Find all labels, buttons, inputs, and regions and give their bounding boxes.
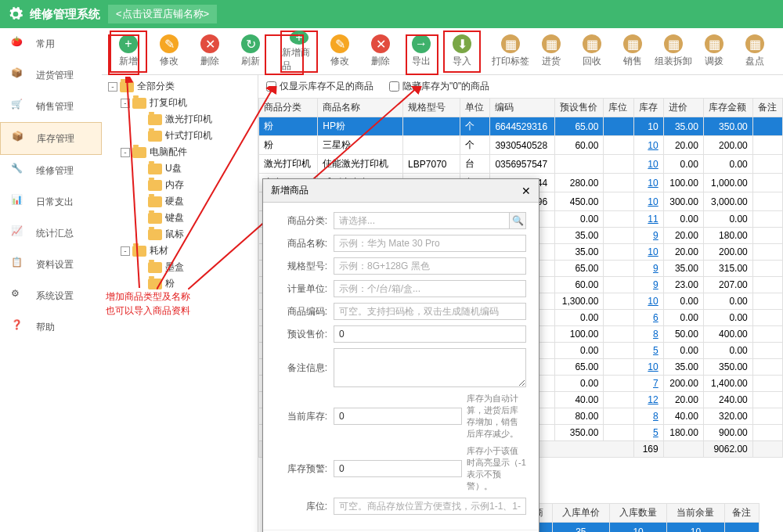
shop-name-button[interactable]: <点击设置店铺名称>	[108, 5, 217, 23]
tree-node[interactable]: U盘	[105, 160, 254, 177]
toolbar-assemble[interactable]: ▦组装拆卸	[655, 31, 692, 73]
folder-icon	[120, 81, 134, 92]
recycle-icon: ▦	[583, 34, 601, 53]
folder-icon	[132, 98, 146, 109]
edit-icon: ✎	[160, 34, 179, 53]
expand-icon[interactable]: -	[121, 246, 130, 256]
purchase-icon: 📦	[11, 67, 28, 83]
check-hide-zero[interactable]: 隐藏库存为"0"的商品	[389, 80, 489, 93]
toolbar-delete[interactable]: ✕删除	[191, 31, 229, 73]
toolbar-purchase-in[interactable]: ▦进货	[532, 31, 570, 73]
print-icon: ▦	[501, 34, 520, 53]
tree-node[interactable]: -全部分类	[105, 78, 254, 95]
toolbar-edit2[interactable]: ✎修改	[321, 31, 359, 73]
toolbar-import[interactable]: ⬇导入	[443, 31, 481, 73]
toolbar-add[interactable]: +新增	[110, 31, 147, 73]
name-input[interactable]	[334, 235, 526, 252]
sidebar-item-purchase[interactable]: 📦进货管理	[0, 59, 102, 91]
warn-input[interactable]	[334, 460, 462, 477]
sell-icon: ▦	[623, 34, 642, 53]
folder-icon	[148, 279, 162, 289]
sidebar-item-sales[interactable]: 🛒销售管理	[0, 91, 102, 122]
system-icon: ⚙	[11, 288, 28, 304]
folder-icon	[148, 196, 162, 207]
assemble-icon: ▦	[664, 34, 683, 53]
unit-input[interactable]	[334, 280, 526, 297]
export-icon: →	[412, 34, 431, 53]
toolbar-recycle[interactable]: ▦回收	[573, 31, 611, 73]
folder-icon	[148, 262, 162, 273]
toolbar-edit[interactable]: ✎修改	[150, 31, 188, 73]
tree-node[interactable]: 激光打印机	[105, 111, 254, 128]
stock-icon: 📦	[12, 131, 29, 146]
help-icon: ❓	[11, 319, 28, 335]
delete-icon: ✕	[200, 34, 219, 53]
sidebar-item-repair[interactable]: 🔧维修管理	[0, 155, 102, 186]
tree-node[interactable]: -电脑配件	[105, 144, 254, 160]
folder-icon	[148, 180, 162, 191]
folder-icon	[132, 246, 146, 257]
data-icon: 📋	[11, 257, 28, 272]
remark-input[interactable]	[334, 348, 526, 387]
toolbar-print[interactable]: ▦打印标签	[492, 31, 529, 73]
toolbar-transfer[interactable]: ▦调拨	[695, 31, 733, 73]
sidebar-item-help[interactable]: ❓帮助	[0, 311, 102, 343]
search-icon[interactable]: 🔍	[509, 212, 526, 229]
add-icon: +	[119, 34, 138, 53]
expand-icon[interactable]: -	[121, 148, 130, 157]
common-icon: 🍅	[11, 36, 28, 52]
sidebar-item-data[interactable]: 📋资料设置	[0, 249, 102, 280]
spec-input[interactable]	[334, 257, 526, 275]
add-product-dialog: 新增商品 ✕ 商品分类:🔍 商品名称: 规格型号: 计量单位: 商品编码: 预设…	[262, 178, 539, 532]
app-title: 维修管理系统	[30, 7, 100, 22]
check-icon: ▦	[745, 34, 764, 53]
tree-node[interactable]: 墨盒	[105, 259, 254, 275]
table-row[interactable]: 粉HP粉个664452931665.001035.00350.00	[259, 117, 783, 136]
repair-icon: 🔧	[11, 163, 28, 178]
tree-node[interactable]: 针式打印机	[105, 128, 254, 144]
tree-node[interactable]: -耗材	[105, 243, 254, 259]
code-input[interactable]	[334, 303, 526, 320]
table-row[interactable]: 粉三星粉个393054052860.001020.00200.00	[259, 136, 783, 155]
category-input[interactable]	[334, 212, 510, 229]
expense-icon: 📊	[11, 194, 28, 210]
refresh-icon: ↻	[241, 34, 260, 53]
stock-input[interactable]	[334, 408, 462, 425]
add-product-icon: +	[290, 31, 309, 45]
folder-icon	[148, 164, 162, 174]
tree-node[interactable]: 键盘	[105, 210, 254, 226]
toolbar-check[interactable]: ▦盘点	[736, 31, 774, 73]
delete2-icon: ✕	[371, 34, 390, 53]
toolbar: +新增✎修改✕删除↻刷新+新增商品✎修改✕删除→导出⬇导入▦打印标签▦进货▦回收…	[102, 28, 783, 75]
tree-node[interactable]: 粉	[105, 275, 254, 292]
tree-node[interactable]: 硬盘	[105, 193, 254, 210]
sidebar-item-stock[interactable]: 📦库存管理	[0, 122, 102, 155]
expand-icon[interactable]: -	[108, 82, 117, 92]
toolbar-add-product[interactable]: +新增商品	[280, 31, 318, 73]
toolbar-delete2[interactable]: ✕删除	[362, 31, 399, 73]
close-icon[interactable]: ✕	[521, 185, 531, 197]
toolbar-export[interactable]: →导出	[402, 31, 440, 73]
sidebar-item-expense[interactable]: 📊日常支出	[0, 186, 102, 217]
table-row[interactable]: 激光打印机佳能激光打印机LBP7070台0356957547100.000.00	[259, 155, 783, 174]
loc-input[interactable]	[334, 498, 526, 515]
check-low-stock[interactable]: 仅显示库存不足的商品	[266, 80, 373, 93]
sidebar-item-common[interactable]: 🍅常用	[0, 28, 102, 59]
transfer-icon: ▦	[705, 34, 723, 53]
toolbar-refresh[interactable]: ↻刷新	[232, 31, 269, 73]
expand-icon[interactable]: -	[121, 99, 130, 108]
folder-icon	[148, 131, 162, 142]
dialog-title: 新增商品	[271, 184, 309, 197]
sidebar-item-stats[interactable]: 📈统计汇总	[0, 217, 102, 249]
stats-icon: 📈	[11, 225, 28, 241]
tree-node[interactable]: 鼠标	[105, 226, 254, 243]
sales-icon: 🛒	[11, 99, 28, 114]
tree-node[interactable]: -打复印机	[105, 95, 254, 111]
folder-icon	[148, 114, 162, 125]
sidebar-item-system[interactable]: ⚙系统设置	[0, 280, 102, 311]
price-input[interactable]	[334, 325, 526, 343]
toolbar-sell[interactable]: ▦销售	[614, 31, 651, 73]
edit2-icon: ✎	[330, 34, 349, 53]
tree-node[interactable]: 内存	[105, 177, 254, 193]
folder-icon	[132, 147, 146, 158]
